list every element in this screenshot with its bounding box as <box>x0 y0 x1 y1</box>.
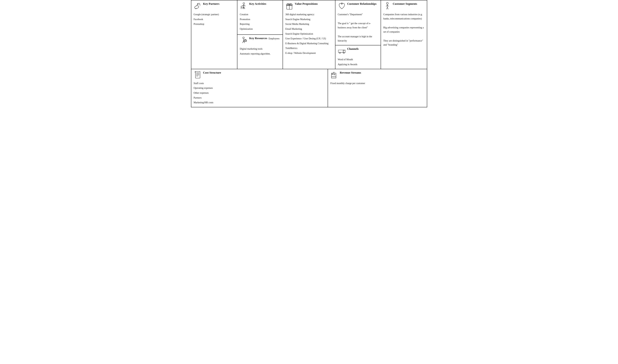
key-resources-subtitle: Employees <box>269 37 279 41</box>
customer-segments-header: Customer Segments <box>383 2 425 11</box>
key-activities-key-resources-cell: Key Activities Creation Promotion Report… <box>237 0 283 69</box>
customer-rel-channels-cell: Customer Relationships Customer's "Depar… <box>335 0 381 69</box>
svg-rect-45 <box>331 77 336 78</box>
value-propositions-item-7: TrekMetrics <box>285 46 333 50</box>
channels-cell: Channels Word of Mouth Applying in Award… <box>335 45 381 69</box>
key-partners-item-1: Google (strategic partner) <box>194 12 235 16</box>
channels-item-2: Applying in Awards <box>338 62 378 66</box>
value-propositions-item-4: Search Engine Optimization <box>285 32 333 36</box>
value-propositions-cell: Value Propositions 360 digital marketing… <box>283 0 335 69</box>
cs-item-1: Companies from various industries (e.g. … <box>383 12 425 21</box>
channels-content: Word of Mouth Applying in Awards <box>338 57 378 66</box>
value-propositions-item-1: Search Engine Marketing <box>285 17 333 21</box>
svg-line-9 <box>244 7 245 9</box>
key-partners-icon <box>194 2 202 11</box>
cost-item-2: Operating expenses <box>194 86 325 90</box>
key-partners-item-2: Facebook <box>194 17 235 21</box>
key-resources-header: Key Resources Employees <box>240 37 280 45</box>
revenue-streams-cell: Revenue Streams Fixed monthly charge per… <box>328 69 427 107</box>
value-propositions-icon <box>285 2 293 11</box>
customer-segments-title: Customer Segments <box>393 2 417 6</box>
svg-point-25 <box>341 3 342 4</box>
svg-line-6 <box>242 5 244 6</box>
cost-structure-cell: Cost Structure Staff costs Operating exp… <box>191 69 328 107</box>
svg-line-3 <box>196 8 196 9</box>
svg-line-33 <box>386 5 387 6</box>
channels-title: Channels <box>347 47 359 51</box>
channels-header: Channels <box>338 47 378 56</box>
key-activities-item-2: Promotion <box>240 17 280 21</box>
svg-point-2 <box>197 3 198 4</box>
value-propositions-item-5: User Experience / User Desing (UX / UI) <box>285 37 333 41</box>
key-activities-content: Creation Promotion Reporting Optimizatio… <box>240 12 280 31</box>
cs-item-3: They are distinguished in "performance" … <box>383 39 425 47</box>
key-activities-cell: Key Activities Creation Promotion Report… <box>237 0 283 35</box>
key-resources-content: Digital marketing tools Automatic report… <box>240 47 280 56</box>
key-activities-icon <box>240 2 248 11</box>
cost-structure-title: Cost Structure <box>203 71 221 74</box>
channels-item-1: Word of Mouth <box>338 57 378 62</box>
svg-line-34 <box>387 5 389 6</box>
svg-point-4 <box>243 2 245 4</box>
cr-item-1: Customer's "Department" <box>338 12 378 16</box>
key-resources-cell: Key Resources Employees Digital marketin… <box>237 35 283 69</box>
svg-point-29 <box>343 52 344 54</box>
customer-relationships-icon <box>338 2 346 11</box>
revenue-streams-header: Revenue Streams <box>330 71 425 80</box>
svg-point-28 <box>339 52 340 54</box>
svg-line-7 <box>244 5 245 6</box>
key-activities-item-1: Creation <box>240 12 280 16</box>
value-propositions-item-3: Email Marketing <box>285 27 333 31</box>
value-propositions-intro: 360 digital marketing agency: <box>285 12 333 16</box>
value-propositions-item-2: Social Media Marketing <box>285 22 333 26</box>
svg-rect-26 <box>338 50 343 53</box>
cost-item-5: Marketing/HR costs <box>194 100 325 105</box>
customer-segments-content: Companies from various industries (e.g. … <box>383 12 425 47</box>
revenue-streams-content: Fixed monthly charge per customer <box>330 81 425 85</box>
cost-structure-header: Cost Structure <box>194 71 325 80</box>
svg-line-35 <box>386 7 387 9</box>
customer-relationships-content: Customer's "Department" The goal is " ge… <box>338 12 378 43</box>
key-partners-item-3: Prestashop <box>194 22 235 26</box>
value-propositions-item-8: E-shop / Website Development <box>285 51 333 55</box>
customer-segments-cell: Customer Segments Companies from various… <box>381 0 427 69</box>
business-model-canvas: Key Partners Google (strategic partner) … <box>191 0 427 107</box>
key-partners-content: Google (strategic partner) Facebook Pres… <box>194 12 235 26</box>
value-propositions-title: Value Propositions <box>295 2 318 6</box>
svg-line-36 <box>387 7 388 9</box>
cost-structure-content: Staff costs Operating expenses Other exp… <box>194 81 325 105</box>
key-activities-item-3: Reporting <box>240 22 280 26</box>
key-activities-item-4: Optimization <box>240 27 280 31</box>
channels-icon <box>338 47 346 56</box>
key-resources-item-2: Automatic reporting algorithm. <box>240 52 280 56</box>
customer-relationships-title: Customer Relationships <box>347 2 377 6</box>
key-resources-icon <box>240 37 248 45</box>
key-resources-title: Key Resources <box>249 37 267 40</box>
svg-line-15 <box>243 41 244 43</box>
key-partners-title: Key Partners <box>203 2 219 6</box>
customer-relationships-cell: Customer Relationships Customer's "Depar… <box>335 0 381 45</box>
cr-item-3: The account manager is high in the hiera… <box>338 34 378 43</box>
cost-item-1: Staff costs <box>194 81 325 85</box>
revenue-item-1: Fixed monthly charge per customer <box>330 81 425 85</box>
revenue-streams-title: Revenue Streams <box>340 71 361 74</box>
svg-line-30 <box>343 50 345 51</box>
bottom-section: Cost Structure Staff costs Operating exp… <box>191 69 427 107</box>
top-section: Key Partners Google (strategic partner) … <box>191 0 427 69</box>
customer-segments-icon <box>383 2 391 11</box>
cost-structure-icon <box>194 71 202 80</box>
value-propositions-header: Value Propositions <box>285 2 333 11</box>
cr-item-2: The goal is " get the concept of e-busin… <box>338 21 378 29</box>
key-partners-header: Key Partners <box>194 2 235 11</box>
cs-item-2: Big advertising companies representing a… <box>383 26 425 34</box>
key-activities-header: Key Activities <box>240 2 280 11</box>
svg-point-13 <box>243 37 245 39</box>
key-activities-title: Key Activities <box>249 2 266 6</box>
cost-item-4: Partners <box>194 96 325 100</box>
revenue-streams-icon <box>330 71 338 80</box>
svg-point-31 <box>386 2 388 4</box>
key-partners-cell: Key Partners Google (strategic partner) … <box>191 0 238 69</box>
value-propositions-content: 360 digital marketing agency: Search Eng… <box>285 12 333 55</box>
cost-item-3: Other expenses <box>194 91 325 95</box>
svg-rect-43 <box>332 74 333 75</box>
